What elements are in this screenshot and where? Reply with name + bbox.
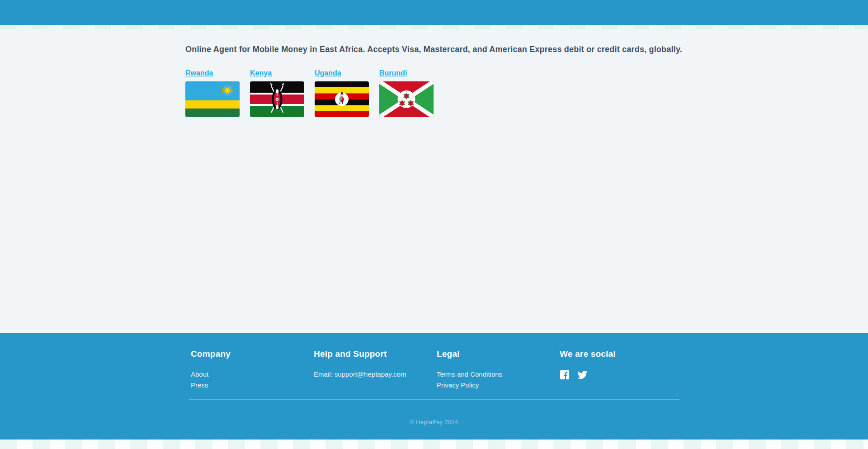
footer-col-company: Company About Press (191, 349, 314, 391)
twitter-icon[interactable] (577, 370, 587, 380)
list-item: Email: support@heptapay.com (314, 369, 437, 380)
page: Online Agent for Mobile Money in East Af… (0, 0, 868, 449)
footer-link-about[interactable]: About (191, 370, 208, 378)
footer-heading-legal: Legal (437, 349, 560, 359)
country-link-uganda[interactable]: Uganda (315, 69, 341, 77)
footer-heading-company: Company (191, 349, 314, 359)
footer-link-press[interactable]: Press (191, 381, 208, 389)
kenya-flag-icon[interactable] (250, 81, 304, 117)
country-burundi: Burundi (379, 69, 434, 117)
rwanda-flag-icon[interactable] (185, 81, 240, 117)
page-footer: Company About Press Help and Support (0, 333, 868, 440)
top-header-bar (0, 0, 868, 25)
list-item: Press (191, 380, 314, 391)
footer-link-privacy[interactable]: Privacy Policy (437, 381, 479, 389)
burundi-flag-icon[interactable] (379, 81, 434, 117)
footer-col-help-support: Help and Support Email: support@heptapay… (314, 349, 437, 391)
country-list: Rwanda (185, 69, 683, 117)
country-rwanda: Rwanda (185, 69, 240, 117)
footer-heading-social: We are social (560, 349, 683, 359)
country-link-rwanda[interactable]: Rwanda (185, 69, 213, 77)
footer-col-social: We are social (560, 349, 683, 391)
country-link-kenya[interactable]: Kenya (250, 69, 272, 77)
footer-heading-help-support: Help and Support (314, 349, 437, 359)
page-tagline: Online Agent for Mobile Money in East Af… (185, 44, 683, 55)
list-item: About (191, 369, 314, 380)
uganda-flag-icon[interactable] (315, 81, 369, 117)
footer-columns: Company About Press Help and Support (191, 349, 683, 391)
country-link-burundi[interactable]: Burundi (379, 69, 407, 77)
footer-link-terms[interactable]: Terms and Conditions (437, 370, 502, 378)
country-uganda: Uganda (315, 69, 369, 117)
facebook-icon[interactable] (560, 370, 570, 380)
footer-link-support-email[interactable]: Email: support@heptapay.com (314, 370, 406, 378)
main-content: Online Agent for Mobile Money in East Af… (0, 29, 868, 333)
country-kenya: Kenya (250, 69, 304, 117)
footer-col-legal: Legal Terms and Conditions Privacy Polic… (437, 349, 560, 391)
header-texture-strip (0, 25, 868, 29)
list-item: Terms and Conditions (437, 369, 560, 380)
copyright-text: © HeptaPay 2024 (0, 400, 868, 440)
list-item: Privacy Policy (437, 380, 560, 391)
bottom-texture-strip (0, 440, 868, 449)
